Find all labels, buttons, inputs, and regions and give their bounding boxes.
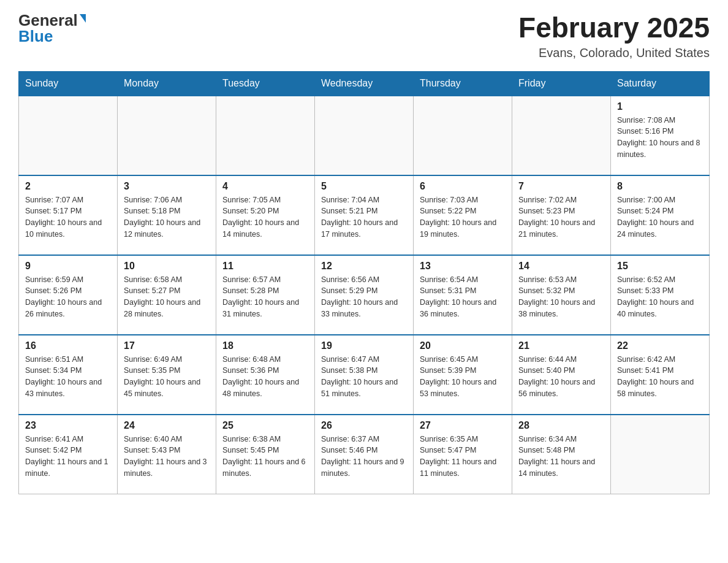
calendar-cell xyxy=(216,96,315,175)
day-number: 1 xyxy=(617,101,703,112)
calendar-week-5: 23Sunrise: 6:41 AMSunset: 5:42 PMDayligh… xyxy=(19,415,710,494)
calendar-cell xyxy=(118,96,216,175)
day-info: Sunrise: 6:57 AMSunset: 5:28 PMDaylight:… xyxy=(222,274,308,320)
day-info: Sunrise: 6:44 AMSunset: 5:40 PMDaylight:… xyxy=(518,354,604,400)
calendar-cell: 25Sunrise: 6:38 AMSunset: 5:45 PMDayligh… xyxy=(216,415,315,494)
day-number: 12 xyxy=(321,261,407,272)
day-number: 24 xyxy=(124,420,210,431)
page-header: General Blue February 2025 Evans, Colora… xyxy=(18,12,710,60)
calendar-cell: 20Sunrise: 6:45 AMSunset: 5:39 PMDayligh… xyxy=(414,335,512,415)
day-info: Sunrise: 6:59 AMSunset: 5:26 PMDaylight:… xyxy=(25,274,111,320)
day-number: 6 xyxy=(420,181,506,192)
calendar-cell: 7Sunrise: 7:02 AMSunset: 5:23 PMDaylight… xyxy=(512,175,611,255)
day-info: Sunrise: 6:34 AMSunset: 5:48 PMDaylight:… xyxy=(518,434,604,480)
calendar-cell: 24Sunrise: 6:40 AMSunset: 5:43 PMDayligh… xyxy=(118,415,216,494)
day-number: 17 xyxy=(124,340,210,351)
day-info: Sunrise: 6:45 AMSunset: 5:39 PMDaylight:… xyxy=(420,354,506,400)
day-number: 19 xyxy=(321,340,407,351)
calendar-cell: 14Sunrise: 6:53 AMSunset: 5:32 PMDayligh… xyxy=(512,255,611,335)
month-title: February 2025 xyxy=(518,12,710,44)
day-info: Sunrise: 6:51 AMSunset: 5:34 PMDaylight:… xyxy=(25,354,111,400)
day-info: Sunrise: 6:52 AMSunset: 5:33 PMDaylight:… xyxy=(617,274,703,320)
calendar-cell: 13Sunrise: 6:54 AMSunset: 5:31 PMDayligh… xyxy=(414,255,512,335)
calendar-cell: 3Sunrise: 7:06 AMSunset: 5:18 PMDaylight… xyxy=(118,175,216,255)
day-number: 22 xyxy=(617,340,703,351)
calendar-cell: 28Sunrise: 6:34 AMSunset: 5:48 PMDayligh… xyxy=(512,415,611,494)
day-info: Sunrise: 6:48 AMSunset: 5:36 PMDaylight:… xyxy=(222,354,308,400)
day-info: Sunrise: 7:05 AMSunset: 5:20 PMDaylight:… xyxy=(222,194,308,240)
calendar-cell: 5Sunrise: 7:04 AMSunset: 5:21 PMDaylight… xyxy=(315,175,414,255)
calendar-cell: 18Sunrise: 6:48 AMSunset: 5:36 PMDayligh… xyxy=(216,335,315,415)
day-info: Sunrise: 6:56 AMSunset: 5:29 PMDaylight:… xyxy=(321,274,407,320)
day-number: 2 xyxy=(25,181,111,192)
day-number: 26 xyxy=(321,420,407,431)
calendar-cell xyxy=(315,96,414,175)
location-title: Evans, Colorado, United States xyxy=(518,46,710,60)
day-info: Sunrise: 6:40 AMSunset: 5:43 PMDaylight:… xyxy=(124,434,210,480)
day-number: 9 xyxy=(25,261,111,272)
day-info: Sunrise: 7:00 AMSunset: 5:24 PMDaylight:… xyxy=(617,194,703,240)
calendar-cell: 17Sunrise: 6:49 AMSunset: 5:35 PMDayligh… xyxy=(118,335,216,415)
calendar-cell: 2Sunrise: 7:07 AMSunset: 5:17 PMDaylight… xyxy=(19,175,118,255)
calendar-cell: 1Sunrise: 7:08 AMSunset: 5:16 PMDaylight… xyxy=(611,96,710,175)
logo: General Blue xyxy=(18,12,86,44)
calendar-cell: 4Sunrise: 7:05 AMSunset: 5:20 PMDaylight… xyxy=(216,175,315,255)
calendar-cell: 8Sunrise: 7:00 AMSunset: 5:24 PMDaylight… xyxy=(611,175,710,255)
calendar-cell: 22Sunrise: 6:42 AMSunset: 5:41 PMDayligh… xyxy=(611,335,710,415)
weekday-header-thursday: Thursday xyxy=(414,71,512,96)
weekday-header-wednesday: Wednesday xyxy=(315,71,414,96)
calendar-week-1: 1Sunrise: 7:08 AMSunset: 5:16 PMDaylight… xyxy=(19,96,710,175)
day-number: 21 xyxy=(518,340,604,351)
day-number: 20 xyxy=(420,340,506,351)
day-info: Sunrise: 6:53 AMSunset: 5:32 PMDaylight:… xyxy=(518,274,604,320)
day-info: Sunrise: 6:54 AMSunset: 5:31 PMDaylight:… xyxy=(420,274,506,320)
day-info: Sunrise: 6:35 AMSunset: 5:47 PMDaylight:… xyxy=(420,434,506,480)
day-number: 27 xyxy=(420,420,506,431)
day-number: 16 xyxy=(25,340,111,351)
day-info: Sunrise: 7:07 AMSunset: 5:17 PMDaylight:… xyxy=(25,194,111,240)
logo-blue-text: Blue xyxy=(18,27,53,45)
calendar-cell xyxy=(611,415,710,494)
day-number: 25 xyxy=(222,420,308,431)
day-number: 5 xyxy=(321,181,407,192)
day-info: Sunrise: 6:58 AMSunset: 5:27 PMDaylight:… xyxy=(124,274,210,320)
calendar-cell xyxy=(19,96,118,175)
calendar-cell: 16Sunrise: 6:51 AMSunset: 5:34 PMDayligh… xyxy=(19,335,118,415)
day-number: 23 xyxy=(25,420,111,431)
day-number: 7 xyxy=(518,181,604,192)
calendar-week-3: 9Sunrise: 6:59 AMSunset: 5:26 PMDaylight… xyxy=(19,255,710,335)
day-info: Sunrise: 7:06 AMSunset: 5:18 PMDaylight:… xyxy=(124,194,210,240)
day-info: Sunrise: 6:49 AMSunset: 5:35 PMDaylight:… xyxy=(124,354,210,400)
day-info: Sunrise: 6:38 AMSunset: 5:45 PMDaylight:… xyxy=(222,434,308,480)
calendar-cell: 6Sunrise: 7:03 AMSunset: 5:22 PMDaylight… xyxy=(414,175,512,255)
day-info: Sunrise: 7:03 AMSunset: 5:22 PMDaylight:… xyxy=(420,194,506,240)
calendar-cell xyxy=(512,96,611,175)
day-number: 10 xyxy=(124,261,210,272)
weekday-header-saturday: Saturday xyxy=(611,71,710,96)
day-number: 4 xyxy=(222,181,308,192)
logo-triangle-icon xyxy=(80,14,86,23)
day-info: Sunrise: 6:47 AMSunset: 5:38 PMDaylight:… xyxy=(321,354,407,400)
calendar-week-2: 2Sunrise: 7:07 AMSunset: 5:17 PMDaylight… xyxy=(19,175,710,255)
day-number: 28 xyxy=(518,420,604,431)
calendar-cell: 15Sunrise: 6:52 AMSunset: 5:33 PMDayligh… xyxy=(611,255,710,335)
calendar-week-4: 16Sunrise: 6:51 AMSunset: 5:34 PMDayligh… xyxy=(19,335,710,415)
weekday-header-tuesday: Tuesday xyxy=(216,71,315,96)
weekday-header-row: SundayMondayTuesdayWednesdayThursdayFrid… xyxy=(19,71,710,96)
weekday-header-sunday: Sunday xyxy=(19,71,118,96)
calendar-cell: 21Sunrise: 6:44 AMSunset: 5:40 PMDayligh… xyxy=(512,335,611,415)
day-info: Sunrise: 7:08 AMSunset: 5:16 PMDaylight:… xyxy=(617,115,703,161)
title-section: February 2025 Evans, Colorado, United St… xyxy=(518,12,710,60)
calendar-cell: 19Sunrise: 6:47 AMSunset: 5:38 PMDayligh… xyxy=(315,335,414,415)
day-number: 11 xyxy=(222,261,308,272)
day-number: 14 xyxy=(518,261,604,272)
day-info: Sunrise: 7:02 AMSunset: 5:23 PMDaylight:… xyxy=(518,194,604,240)
calendar-cell: 9Sunrise: 6:59 AMSunset: 5:26 PMDaylight… xyxy=(19,255,118,335)
calendar-cell: 23Sunrise: 6:41 AMSunset: 5:42 PMDayligh… xyxy=(19,415,118,494)
calendar-cell: 12Sunrise: 6:56 AMSunset: 5:29 PMDayligh… xyxy=(315,255,414,335)
calendar-cell: 27Sunrise: 6:35 AMSunset: 5:47 PMDayligh… xyxy=(414,415,512,494)
day-number: 13 xyxy=(420,261,506,272)
calendar-cell: 10Sunrise: 6:58 AMSunset: 5:27 PMDayligh… xyxy=(118,255,216,335)
calendar-table: SundayMondayTuesdayWednesdayThursdayFrid… xyxy=(18,71,710,495)
day-number: 3 xyxy=(124,181,210,192)
